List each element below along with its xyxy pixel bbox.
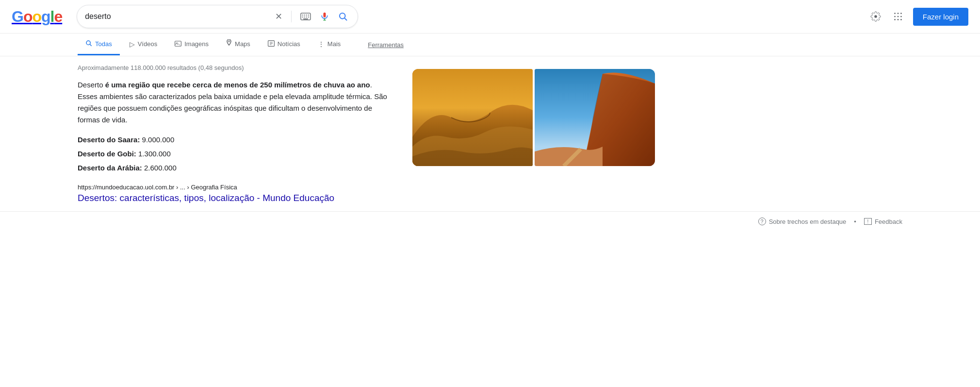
footer: ? Sobre trechos em destaque • ! Feedback bbox=[0, 211, 980, 231]
search-box: ✕ bbox=[77, 5, 358, 28]
feedback-item[interactable]: ! Feedback bbox=[864, 218, 902, 225]
stat-gobi-value: 1.300.000 bbox=[136, 150, 171, 158]
main-content: Aproximadamente 118.000.000 resultados (… bbox=[0, 56, 980, 211]
tab-ferramentas[interactable]: Ferramentas bbox=[360, 35, 411, 54]
settings-button[interactable] bbox=[868, 9, 883, 24]
imagens-icon bbox=[175, 40, 181, 48]
svg-rect-4 bbox=[308, 15, 309, 16]
keyboard-button[interactable] bbox=[298, 11, 313, 22]
svg-line-25 bbox=[90, 44, 91, 46]
svg-point-23 bbox=[900, 19, 902, 20]
maps-icon bbox=[226, 39, 232, 49]
svg-point-28 bbox=[229, 41, 230, 42]
svg-point-21 bbox=[894, 19, 896, 20]
feedback-icon: ! bbox=[864, 218, 872, 225]
svg-rect-2 bbox=[304, 15, 305, 16]
google-logo[interactable]: Google bbox=[12, 8, 67, 26]
stat-saara-value: 9.000.000 bbox=[140, 135, 174, 144]
logo-g: G bbox=[12, 8, 23, 25]
stat-arabia-value: 2.600.000 bbox=[142, 164, 177, 172]
videos-icon: ▷ bbox=[130, 40, 135, 48]
stat-arabia-label: Deserto da Arábia: bbox=[78, 164, 142, 172]
apps-icon bbox=[893, 11, 903, 22]
stat-gobi: Deserto de Gobi: 1.300.000 bbox=[78, 150, 393, 158]
svg-rect-33 bbox=[412, 69, 533, 166]
mic-icon bbox=[320, 12, 329, 21]
svg-point-18 bbox=[894, 16, 896, 17]
namib-svg bbox=[535, 69, 655, 166]
svg-point-15 bbox=[894, 13, 896, 14]
desert-images bbox=[412, 69, 655, 166]
snippet-prefix: Deserto bbox=[78, 81, 103, 89]
svg-point-17 bbox=[900, 13, 902, 14]
results-count: Aproximadamente 118.000.000 resultados (… bbox=[78, 64, 393, 71]
svg-rect-9 bbox=[303, 18, 308, 19]
snippet-bold: é uma região que recebe cerca de menos d… bbox=[103, 81, 370, 89]
result-title-link[interactable]: Desertos: características, tipos, locali… bbox=[78, 193, 334, 203]
logo-o2: o bbox=[32, 8, 41, 25]
tab-todas-label: Todas bbox=[95, 40, 112, 48]
clear-search-button[interactable]: ✕ bbox=[273, 9, 284, 24]
noticias-icon bbox=[268, 40, 275, 48]
apps-button[interactable] bbox=[891, 9, 905, 24]
svg-point-20 bbox=[900, 16, 902, 17]
footer-dot: • bbox=[854, 218, 856, 225]
question-icon: ? bbox=[758, 218, 766, 225]
header-right: Fazer login bbox=[868, 8, 968, 26]
svg-rect-1 bbox=[302, 15, 303, 16]
svg-rect-7 bbox=[306, 17, 307, 17]
search-icon bbox=[338, 12, 348, 21]
sahara-svg bbox=[412, 69, 533, 166]
tab-noticias[interactable]: Notícias bbox=[260, 34, 308, 55]
result-url: https://mundoeducacao.uol.com.br › ... ›… bbox=[78, 184, 393, 191]
keyboard-icon bbox=[300, 13, 311, 20]
logo-e: e bbox=[54, 8, 62, 25]
snippet-info-label: Sobre trechos em destaque bbox=[769, 218, 847, 225]
settings-icon bbox=[870, 11, 881, 22]
svg-point-22 bbox=[897, 19, 898, 20]
search-tabs: Todas ▷ Vídeos Imagens Maps bbox=[0, 34, 980, 56]
news-tab-icon bbox=[268, 40, 275, 47]
svg-point-19 bbox=[897, 16, 898, 17]
search-tab-icon bbox=[85, 40, 92, 47]
tab-imagens-label: Imagens bbox=[184, 40, 209, 48]
tab-noticias-label: Notícias bbox=[278, 40, 300, 48]
logo-o1: o bbox=[23, 8, 33, 25]
svg-point-16 bbox=[897, 13, 898, 14]
svg-line-14 bbox=[344, 18, 347, 20]
svg-rect-6 bbox=[304, 17, 305, 17]
snippet-text: Deserto é uma região que recebe cerca de… bbox=[78, 79, 393, 126]
snippet-info-item[interactable]: ? Sobre trechos em destaque bbox=[758, 218, 847, 225]
logo-text: Google bbox=[12, 8, 62, 26]
voice-search-button[interactable] bbox=[318, 10, 331, 23]
svg-rect-8 bbox=[308, 17, 309, 17]
right-column bbox=[412, 64, 655, 203]
desert-image-sahara[interactable] bbox=[412, 69, 533, 166]
stat-saara-label: Deserto do Saara: bbox=[78, 135, 140, 144]
left-column: Aproximadamente 118.000.000 resultados (… bbox=[78, 64, 393, 203]
header: Google ✕ bbox=[0, 0, 980, 34]
tab-videos[interactable]: ▷ Vídeos bbox=[122, 34, 165, 55]
stat-arabia: Deserto da Arábia: 2.600.000 bbox=[78, 164, 393, 172]
tab-maps[interactable]: Maps bbox=[218, 34, 258, 56]
feedback-label: Feedback bbox=[875, 218, 902, 225]
tab-mais-label: Mais bbox=[327, 40, 341, 48]
search-result: https://mundoeducacao.uol.com.br › ... ›… bbox=[78, 184, 393, 203]
svg-rect-10 bbox=[324, 13, 326, 17]
logo-g2: g bbox=[41, 8, 50, 25]
stat-gobi-label: Deserto de Gobi: bbox=[78, 150, 136, 158]
todas-icon bbox=[85, 40, 92, 48]
svg-rect-5 bbox=[302, 17, 303, 17]
search-input[interactable] bbox=[85, 12, 268, 21]
login-button[interactable]: Fazer login bbox=[913, 8, 968, 26]
tab-todas[interactable]: Todas bbox=[78, 34, 120, 55]
tab-videos-label: Vídeos bbox=[138, 40, 157, 48]
tab-mais[interactable]: ⋮ Mais bbox=[310, 34, 348, 55]
tab-maps-label: Maps bbox=[235, 40, 250, 48]
stat-saara: Deserto do Saara: 9.000.000 bbox=[78, 135, 393, 144]
desert-image-namib[interactable] bbox=[535, 69, 655, 166]
search-submit-button[interactable] bbox=[336, 10, 350, 23]
mais-icon: ⋮ bbox=[318, 40, 325, 48]
tab-imagens[interactable]: Imagens bbox=[167, 34, 216, 55]
maps-tab-icon bbox=[226, 39, 232, 47]
